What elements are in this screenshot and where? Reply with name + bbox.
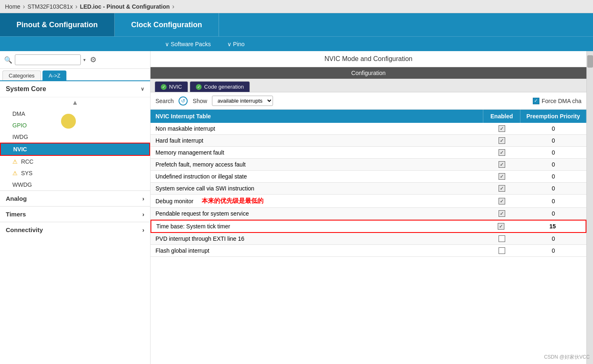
enabled-checkbox[interactable]: ✓ bbox=[499, 149, 505, 156]
sidebar-item-rcc[interactable]: ⚠ RCC bbox=[0, 156, 150, 167]
tab-clock-configuration[interactable]: Clock Configuration bbox=[115, 13, 219, 36]
breadcrumb-device[interactable]: STM32F103C81x bbox=[28, 3, 73, 10]
priority-cell: 0 bbox=[520, 159, 586, 170]
sort-arrow: ▲ bbox=[0, 97, 150, 108]
enabled-cell[interactable]: ✓ bbox=[483, 123, 520, 134]
force-dma-checkbox[interactable]: ✓ bbox=[533, 98, 539, 104]
col-interrupt-name: NVIC Interrupt Table bbox=[151, 110, 483, 123]
enabled-cell[interactable] bbox=[483, 245, 520, 256]
enabled-checkbox[interactable]: ✓ bbox=[499, 125, 505, 132]
interrupt-name-cell: Memory management fault bbox=[151, 147, 483, 158]
table-row: Non maskable interrupt ✓ 0 bbox=[151, 123, 586, 135]
priority-cell: 0 bbox=[520, 233, 586, 244]
enabled-checkbox-unchecked[interactable] bbox=[499, 235, 505, 242]
tab-categories[interactable]: Categories bbox=[2, 70, 41, 80]
enabled-cell[interactable]: ✓ bbox=[482, 221, 520, 232]
nvic-tabs-bar: ✓ NVIC ✓ Code generation bbox=[151, 79, 586, 92]
enabled-checkbox[interactable]: ✓ bbox=[499, 198, 505, 204]
annotation-priority-text: 本来的优先级是最低的 bbox=[202, 197, 264, 205]
breadcrumb-file[interactable]: LED.ioc - Pinout & Configuration bbox=[80, 3, 170, 10]
search-input[interactable] bbox=[15, 54, 81, 65]
enabled-cell[interactable]: ✓ bbox=[483, 159, 520, 170]
watermark-text: CSDN @好家伙VCC bbox=[544, 354, 590, 361]
section-analog[interactable]: Analog › bbox=[0, 190, 150, 206]
tab-pinout-configuration[interactable]: Pinout & Configuration bbox=[0, 13, 115, 36]
breadcrumb-sep-1: › bbox=[23, 3, 25, 10]
table-row: Prefetch fault, memory access fault ✓ 0 bbox=[151, 159, 586, 171]
priority-cell: 0 bbox=[520, 123, 586, 134]
content-area: NVIC Mode and Configuration Configuratio… bbox=[151, 51, 586, 364]
priority-cell: 0 bbox=[520, 147, 586, 158]
enabled-cell[interactable]: ✓ bbox=[483, 183, 520, 194]
right-scrollbar[interactable] bbox=[586, 51, 593, 364]
enabled-checkbox[interactable]: ✓ bbox=[499, 137, 505, 144]
interrupt-name-cell: Prefetch fault, memory access fault bbox=[151, 159, 483, 170]
interrupt-filter-dropdown[interactable]: available interrupts bbox=[212, 96, 273, 106]
tab-az[interactable]: A->Z bbox=[42, 70, 67, 80]
section-system-core[interactable]: System Core ∨ bbox=[0, 81, 150, 97]
interrupt-name-cell: System service call via SWI instruction bbox=[151, 183, 483, 194]
breadcrumb-home[interactable]: Home bbox=[5, 3, 20, 10]
enabled-checkbox[interactable]: ✓ bbox=[499, 173, 505, 180]
sidebar-item-wwdg[interactable]: WWDG bbox=[0, 179, 150, 190]
breadcrumb-sep-2: › bbox=[75, 3, 77, 10]
main-layout: 🔍 ▾ ⚙ Categories A->Z System Core ∨ ▲ DM… bbox=[0, 51, 593, 364]
enabled-checkbox[interactable]: ✓ bbox=[499, 185, 505, 192]
interrupt-name-cell: Undefined instruction or illegal state bbox=[151, 171, 483, 182]
enabled-cell[interactable]: ✓ bbox=[483, 195, 520, 207]
check-icon-nvic: ✓ bbox=[161, 84, 167, 90]
table-row: PVD interrupt through EXTI line 16 0 bbox=[151, 233, 586, 245]
enabled-cell[interactable]: ✓ bbox=[483, 208, 520, 219]
table-row: System service call via SWI instruction … bbox=[151, 183, 586, 195]
priority-cell: 0 bbox=[520, 183, 586, 194]
tab-nvic[interactable]: ✓ NVIC bbox=[155, 81, 188, 92]
enabled-cell[interactable]: ✓ bbox=[483, 135, 520, 146]
chevron-right-icon-timers: › bbox=[142, 211, 144, 218]
priority-cell: 0 bbox=[520, 135, 586, 146]
search-icon: 🔍 bbox=[4, 56, 12, 64]
col-enabled: Enabled bbox=[483, 110, 520, 123]
priority-cell: 0 bbox=[520, 245, 586, 256]
enabled-cell[interactable]: ✓ bbox=[483, 147, 520, 158]
refresh-button[interactable]: ↺ bbox=[179, 96, 188, 106]
content-title: NVIC Mode and Configuration bbox=[151, 51, 586, 67]
breadcrumb-sep-3: › bbox=[172, 3, 174, 10]
table-row: Undefined instruction or illegal state ✓… bbox=[151, 171, 586, 183]
sidebar-item-iwdg[interactable]: IWDG bbox=[0, 131, 150, 143]
table-row-highlighted: Time base: System tick timer ✓ 15 bbox=[151, 220, 586, 233]
sidebar-tabs: Categories A->Z bbox=[0, 69, 150, 81]
enabled-checkbox[interactable]: ✓ bbox=[498, 223, 504, 230]
enabled-cell[interactable] bbox=[483, 233, 520, 244]
priority-cell: 0 bbox=[520, 195, 586, 207]
enabled-cell[interactable]: ✓ bbox=[483, 171, 520, 182]
chevron-down-icon: ∨ bbox=[141, 86, 144, 92]
interrupt-name-cell: Non maskable interrupt bbox=[151, 123, 483, 134]
scrollbar-thumb[interactable] bbox=[587, 55, 593, 68]
section-connectivity[interactable]: Connectivity › bbox=[0, 222, 150, 237]
sidebar-item-sys[interactable]: ⚠ SYS bbox=[0, 167, 150, 179]
check-icon-code-gen: ✓ bbox=[196, 84, 202, 90]
table-row: Flash global interrupt 0 bbox=[151, 245, 586, 257]
pinout-item[interactable]: ∨ Pino bbox=[219, 41, 253, 47]
warning-triangle-icon-sys: ⚠ bbox=[12, 170, 18, 176]
table-row: Debug monitor 本来的优先级是最低的 ✓ 0 bbox=[151, 195, 586, 208]
gear-icon[interactable]: ⚙ bbox=[90, 55, 96, 64]
force-dma-checkbox-label: ✓ Force DMA cha bbox=[533, 98, 581, 104]
search-dropdown-arrow[interactable]: ▾ bbox=[83, 57, 86, 63]
enabled-checkbox[interactable]: ✓ bbox=[499, 161, 505, 168]
breadcrumb: Home › STM32F103C81x › LED.ioc - Pinout … bbox=[0, 0, 593, 13]
config-section-header: Configuration bbox=[151, 67, 586, 79]
tab-code-generation[interactable]: ✓ Code generation bbox=[190, 81, 250, 92]
col-priority: Preemption Priority bbox=[520, 110, 586, 123]
interrupt-name-cell: Flash global interrupt bbox=[151, 245, 483, 256]
interrupt-name-cell: PVD interrupt through EXTI line 16 bbox=[151, 233, 483, 244]
priority-cell: 0 bbox=[520, 171, 586, 182]
enabled-checkbox[interactable]: ✓ bbox=[499, 210, 505, 217]
software-packs-item[interactable]: ∨ Software Packs bbox=[157, 41, 219, 47]
section-timers[interactable]: Timers › bbox=[0, 206, 150, 222]
sidebar-item-nvic[interactable]: NVIC bbox=[0, 143, 150, 156]
enabled-checkbox-unchecked[interactable] bbox=[499, 247, 505, 254]
filter-row: Search ↺ Show available interrupts ✓ For… bbox=[151, 92, 586, 110]
interrupt-name-cell: Pendable request for system service bbox=[151, 208, 483, 219]
top-tabs-bar: Pinout & Configuration Clock Configurati… bbox=[0, 13, 593, 36]
